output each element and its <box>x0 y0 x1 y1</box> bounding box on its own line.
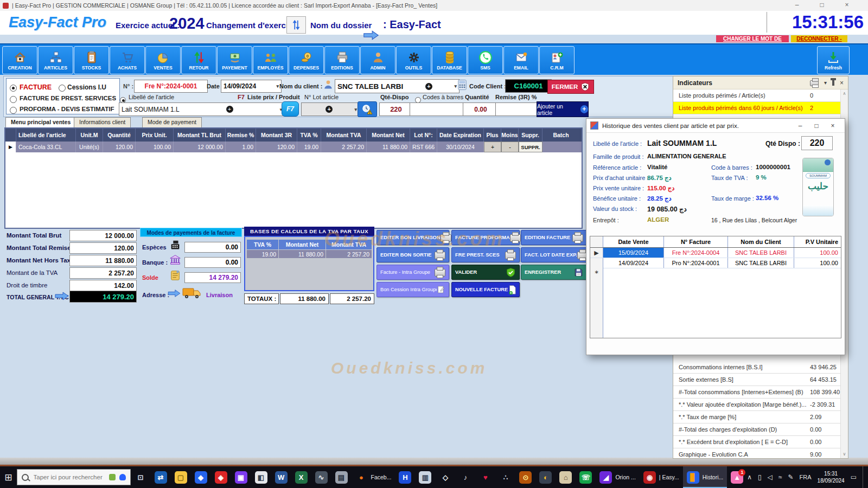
client-field[interactable]: SNC TALEB LARBI▾ <box>335 79 459 93</box>
indicator-row[interactable]: Consommations internes [B.S.I] 43 946.25 <box>673 361 841 374</box>
tva-data-row[interactable]: 19.00 11 880.00 2 257.20 <box>247 250 372 258</box>
remise-field[interactable] <box>495 102 540 116</box>
table-cell[interactable]: + <box>484 142 501 152</box>
toolbar-button-creation[interactable]: CREATION <box>2 46 37 74</box>
toolbar-button-outils[interactable]: OUTILS <box>396 46 431 74</box>
action-center-icon[interactable]: ▭ <box>851 473 857 481</box>
column-header[interactable]: Plus <box>484 129 501 142</box>
table-cell[interactable]: 1.00 <box>226 142 256 152</box>
fact-lot-date-exp-button[interactable]: FACT. LOT DATE EXP. <box>521 247 587 262</box>
tab-mode-payement[interactable]: Mode de payement <box>142 117 202 128</box>
tab-informations-client[interactable]: Informations client <box>74 117 131 128</box>
taskbar-app[interactable]: W <box>271 466 291 488</box>
start-button[interactable]: ⊞ <box>0 466 17 488</box>
edition-facture-button[interactable]: EDITION FACTURE <box>521 230 587 245</box>
table-cell[interactable]: 100.00 <box>136 142 174 152</box>
chevron-down-icon[interactable]: ▾ <box>276 84 279 89</box>
taskbar-app[interactable]: ◆ <box>191 466 211 488</box>
close-icon[interactable]: × <box>840 79 844 87</box>
logout-link[interactable]: DECONNECTER - admin <box>791 35 847 42</box>
column-header[interactable]: Moins <box>501 129 519 142</box>
taskbar-app[interactable]: ⇄ <box>151 466 171 488</box>
chevron-down-icon[interactable]: ▾ <box>354 107 357 112</box>
table-cell[interactable]: 30/10/2024 <box>437 142 484 152</box>
change-exercice-button[interactable] <box>286 16 306 34</box>
table-cell[interactable]: SUPPR. <box>519 142 542 152</box>
proforma-radio[interactable] <box>10 105 17 115</box>
minimize-button[interactable]: – <box>788 0 806 11</box>
table-cell[interactable] <box>542 142 579 152</box>
indicator-row[interactable]: *.* Taux de marge [%] 2.09 <box>673 411 841 423</box>
taskbar-app[interactable]: ⌂ <box>556 466 576 488</box>
table-cell[interactable]: 19.00 <box>297 142 321 152</box>
column-header[interactable]: Lot N°: <box>410 129 437 142</box>
lot-field[interactable]: ▾ <box>301 102 360 116</box>
taskbar-app[interactable]: ◧ <box>251 466 271 488</box>
facture-intra-groupe-button[interactable]: Facture - Intra Groupe <box>376 265 449 280</box>
taskbar-app[interactable]: ▤ <box>331 466 352 488</box>
refresh-button[interactable]: Refresh <box>817 46 850 74</box>
column-header[interactable]: Batch <box>542 129 579 142</box>
table-cell[interactable]: - <box>501 142 519 152</box>
calculator-icon[interactable] <box>457 79 467 91</box>
column-header[interactable]: Montant Net <box>367 129 410 142</box>
livraison-label[interactable]: Livraison <box>206 292 233 298</box>
column-header[interactable]: Nom du Client <box>728 236 794 247</box>
taskbar-app[interactable]: ● Faceb... <box>352 466 395 488</box>
indicator-row[interactable]: #-Total des charges d'exploitation (D) 0… <box>673 423 841 436</box>
column-header[interactable]: Montant TL Brut <box>174 129 226 142</box>
table-row[interactable]: ▶ Coca-Cola 33.CLUnité(s)120.00100.0012 … <box>5 142 582 152</box>
indicator-row[interactable]: Graphique - Evolution C.A 9.00 <box>673 448 841 459</box>
taskbar-app[interactable]: ♪ <box>455 466 475 488</box>
taskbar-app[interactable]: ◇ <box>435 466 455 488</box>
table-cell[interactable]: Unité(s) <box>76 142 103 152</box>
column-header[interactable]: N° Facture <box>664 236 728 247</box>
stock-alert-button[interactable]: ! <box>358 101 377 117</box>
taskbar-app[interactable]: ▲1 <box>727 466 747 488</box>
column-header[interactable]: Date Vente <box>603 236 664 247</box>
table-cell[interactable]: 120.00 <box>256 142 297 152</box>
toolbar-button-ventes[interactable]: VENTES <box>145 46 181 74</box>
toolbar-button-payement[interactable]: PAYEMENT <box>217 46 252 74</box>
banque-field[interactable]: 0.00 <box>184 257 241 268</box>
taskbar-app[interactable]: ◢ Orion ... <box>596 466 639 488</box>
indicator-row[interactable]: Liste produits périmés dans 60 jours / A… <box>673 102 841 114</box>
chevron-down-icon[interactable]: ▾ <box>454 84 457 89</box>
facture-radio[interactable] <box>10 83 17 93</box>
cessions-radio[interactable] <box>59 83 66 93</box>
search-input[interactable] <box>33 473 105 481</box>
add-client-icon[interactable] <box>425 83 432 90</box>
chevron-up-icon[interactable]: ∧ <box>747 473 752 481</box>
pen-icon[interactable]: ✎ <box>788 473 794 481</box>
show-desktop-button[interactable] <box>863 466 866 488</box>
chevron-down-icon[interactable]: ▾ <box>824 80 827 86</box>
indicator-row[interactable]: Sortie externes [B.S] 64 453.15 <box>673 374 841 386</box>
taskbar-app[interactable]: X <box>291 466 311 488</box>
numero-field[interactable]: Fre N°:2024-0001 <box>134 80 208 93</box>
especes-field[interactable]: 0.00 <box>184 242 241 253</box>
taskbar-app[interactable]: H <box>395 466 415 488</box>
column-header[interactable]: Remise % <box>226 129 256 142</box>
table-cell[interactable]: 11 880.00 <box>367 142 410 152</box>
table-cell[interactable]: RST 666 <box>410 142 437 152</box>
fre-prest-sces-button[interactable]: FRE PREST. SCES <box>451 247 520 262</box>
taskbar-app[interactable]: ▣ <box>231 466 251 488</box>
column-header[interactable]: Montant 3R <box>256 129 297 142</box>
table-cell[interactable]: 120.00 <box>103 142 136 152</box>
historique-row[interactable]: ▶ 15/09/2024 Fre N°:2024-0004 SNC TALEB … <box>590 248 841 258</box>
popup-titlebar[interactable]: Historique des ventes client par article… <box>586 119 845 133</box>
column-header[interactable]: Libellé de l'article <box>16 129 76 142</box>
taskbar-app[interactable]: ▊ Histori... <box>683 466 727 488</box>
quantite-field[interactable]: 0.00 <box>463 102 499 116</box>
toolbar-button-depenses[interactable]: 0DEPENSES <box>289 46 324 74</box>
change-password-link[interactable]: CHANGER LE MOT DE PASSE <box>716 35 789 42</box>
toolbar-button-editions[interactable]: EDITIONS <box>324 46 360 74</box>
column-header[interactable]: TVA % <box>297 129 321 142</box>
taskbar-app[interactable]: ◉ | Easy... <box>640 466 683 488</box>
barcode-field[interactable] <box>410 102 466 116</box>
network-icon[interactable]: ≈ <box>778 473 782 481</box>
indicator-row[interactable]: *.* Valeur ajoutée d'exploitation [Marge… <box>673 399 841 411</box>
editer-bon-livraison-button[interactable]: EDITER BON LIVRAISON <box>376 230 449 245</box>
add-lot-icon[interactable] <box>326 106 333 113</box>
table-cell[interactable]: Coca-Cola 33.CL <box>16 142 76 152</box>
